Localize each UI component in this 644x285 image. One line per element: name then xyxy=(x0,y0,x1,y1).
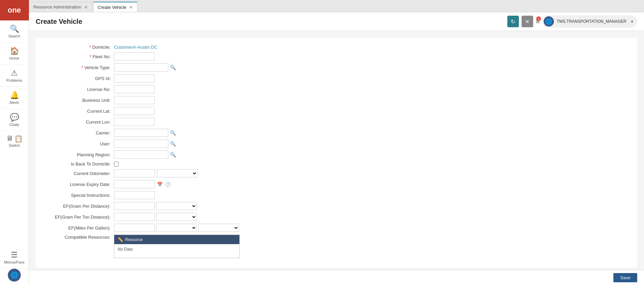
current-odometer-input[interactable] xyxy=(114,169,155,177)
ef-gram-distance-input[interactable] xyxy=(114,202,155,210)
form-row-license-expiry: License Expiry Date: 📅 🕐 xyxy=(46,180,627,188)
sidebar-item-home[interactable]: 🏠 Home xyxy=(0,43,29,65)
cancel-button[interactable]: ✕ xyxy=(522,16,533,27)
current-lat-input[interactable] xyxy=(114,107,155,115)
license-no-input[interactable] xyxy=(114,85,155,93)
ef-gram-ton-distance-select[interactable] xyxy=(156,213,197,221)
current-lon-label: Current Lon: xyxy=(46,120,114,125)
license-expiry-date-label: License Expiry Date: xyxy=(46,182,114,187)
current-lat-label: Current Lat: xyxy=(46,109,114,114)
carrier-search-button[interactable]: 🔍 xyxy=(169,129,176,137)
user-input[interactable] xyxy=(114,140,168,148)
license-expiry-date-input[interactable] xyxy=(114,180,155,188)
user-name: TMS.TRANSPORTATION_MANAGER xyxy=(557,19,626,24)
planning-region-search-button[interactable]: 🔍 xyxy=(169,151,176,158)
form-row-ef-gram-ton-distance: EF(Gram Per Ton Distance): xyxy=(46,213,627,221)
license-no-label: License No: xyxy=(46,87,114,92)
alerts-icon: 🔔 xyxy=(10,91,19,100)
problems-icon: ⚠ xyxy=(11,69,18,78)
sidebar-item-problems[interactable]: ⚠ Problems xyxy=(0,65,29,87)
resource-header-label: Resource xyxy=(125,237,142,242)
form-row-carrier: Carrier: 🔍 xyxy=(46,129,627,137)
tab-create-vehicle-close[interactable]: ✕ xyxy=(129,5,133,10)
save-button[interactable]: Save xyxy=(613,273,637,282)
current-odometer-label: Current Odometer: xyxy=(46,171,114,176)
ef-miles-gallon-input[interactable] xyxy=(114,224,155,232)
page-header: Create Vehicle ↻ ✕ ≡ 1 🌐 TMS.TRANSPORTAT… xyxy=(29,12,644,31)
current-odometer-select[interactable] xyxy=(157,169,198,177)
ef-miles-gallon-select2[interactable] xyxy=(198,224,239,232)
special-instructions-input[interactable] xyxy=(114,191,155,199)
tab-resource-admin-close[interactable]: ✕ xyxy=(84,5,88,10)
sidebar-bottom-avatar[interactable]: 🌐 xyxy=(8,269,21,282)
carrier-label: Carrier: xyxy=(46,130,114,136)
ef-gram-ton-distance-input[interactable] xyxy=(114,213,155,221)
form-row-gps-id: GPS Id: xyxy=(46,74,627,82)
ef-gram-distance-select[interactable] xyxy=(156,202,197,210)
page-title: Create Vehicle xyxy=(36,18,507,26)
sidebar-item-label-alerts: Alerts xyxy=(10,100,19,105)
sidebar-item-menus[interactable]: ☰ Menus/Favs xyxy=(0,247,29,269)
user-avatar: 🌐 xyxy=(544,16,554,27)
form-row-current-lat: Current Lat: xyxy=(46,107,627,115)
user-info[interactable]: 🌐 TMS.TRANSPORTATION_MANAGER ▼ xyxy=(542,15,637,28)
user-label: User: xyxy=(46,141,114,146)
compatible-resources-header: ✏️ Resource xyxy=(114,235,239,244)
form-row-business-unit: Business Unit: xyxy=(46,96,627,104)
business-unit-input[interactable] xyxy=(114,96,155,104)
sidebar-item-label-home: Home xyxy=(9,56,19,60)
search-icon: 🔍 xyxy=(10,25,19,33)
sidebar-item-search[interactable]: 🔍 Search xyxy=(0,20,29,43)
form-row-domicile: Domicile: CustomerA-Austin DC xyxy=(46,45,627,50)
user-search-button[interactable]: 🔍 xyxy=(169,140,176,147)
vehicle-type-search-button[interactable]: 🔍 xyxy=(169,64,176,71)
form-row-special-instructions: Special Instructions: xyxy=(46,191,627,199)
vehicle-type-input[interactable] xyxy=(114,63,168,72)
sidebar-item-alerts[interactable]: 🔔 Alerts xyxy=(0,87,29,109)
form-row-compatible-resources: Compatible Resources: ✏️ Resource No Dat… xyxy=(46,235,627,258)
gps-id-input[interactable] xyxy=(114,74,155,82)
planning-region-input[interactable] xyxy=(114,151,168,159)
form-row-ef-miles-gallon: EF(Miles Per Gallon): xyxy=(46,224,627,232)
vehicle-type-label: Vehicle Type: xyxy=(46,65,114,70)
user-dropdown-arrow: ▼ xyxy=(630,20,634,23)
ef-gram-ton-distance-label: EF(Gram Per Ton Distance): xyxy=(46,215,114,220)
form-row-back-to-domicile: Is Back To Domicile: xyxy=(46,161,627,167)
sidebar-item-label-search: Search xyxy=(9,34,20,38)
tab-create-vehicle-label: Create Vehicle xyxy=(98,5,126,10)
sidebar-item-chats[interactable]: 💬 Chats xyxy=(0,109,29,131)
tab-bar: Resource Administration ✕ Create Vehicle… xyxy=(29,0,644,12)
planning-region-label: Planning Region: xyxy=(46,152,114,157)
switch-icon-2: 📋 xyxy=(14,134,23,143)
menu-button[interactable]: ≡ 1 xyxy=(536,18,540,26)
tab-create-vehicle[interactable]: Create Vehicle ✕ xyxy=(93,2,138,12)
ef-gram-distance-label: EF(Gram Per Distance): xyxy=(46,204,114,209)
odometer-row xyxy=(114,169,198,177)
sidebar-item-switch[interactable]: 🖥 📋 Switch xyxy=(0,131,29,151)
carrier-input[interactable] xyxy=(114,129,168,137)
calendar-icon-button[interactable]: 📅 xyxy=(156,180,164,188)
chats-icon: 💬 xyxy=(10,113,19,122)
back-to-domicile-checkbox[interactable] xyxy=(114,162,119,167)
clock-icon-button[interactable]: 🕐 xyxy=(164,180,172,188)
sidebar-item-label-switch: Switch xyxy=(9,143,20,147)
refresh-button[interactable]: ↻ xyxy=(507,16,519,27)
special-instructions-label: Special Instructions: xyxy=(46,193,114,198)
sidebar: one 🔍 Search 🏠 Home ⚠ Problems 🔔 Alerts … xyxy=(0,0,29,285)
notification-badge: 1 xyxy=(536,16,541,21)
fleet-no-label: Fleet No: xyxy=(46,54,114,59)
tab-resource-administration[interactable]: Resource Administration ✕ xyxy=(29,2,92,12)
current-lon-input[interactable] xyxy=(114,118,155,126)
header-actions: ↻ ✕ ≡ 1 🌐 TMS.TRANSPORTATION_MANAGER ▼ xyxy=(507,15,637,28)
business-unit-label: Business Unit: xyxy=(46,98,114,103)
sidebar-item-label-problems: Problems xyxy=(6,78,22,82)
gps-id-label: GPS Id: xyxy=(46,76,114,81)
sidebar-item-label-menus: Menus/Favs xyxy=(4,260,24,264)
form-row-ef-gram-distance: EF(Gram Per Distance): xyxy=(46,202,627,210)
app-logo: one xyxy=(0,0,29,20)
compatible-resources-label: Compatible Resources: xyxy=(46,235,114,240)
form-row-current-lon: Current Lon: xyxy=(46,118,627,126)
ef-miles-gallon-select1[interactable] xyxy=(156,224,197,232)
fleet-no-input[interactable] xyxy=(114,52,155,61)
form-row-license-no: License No: xyxy=(46,85,627,93)
